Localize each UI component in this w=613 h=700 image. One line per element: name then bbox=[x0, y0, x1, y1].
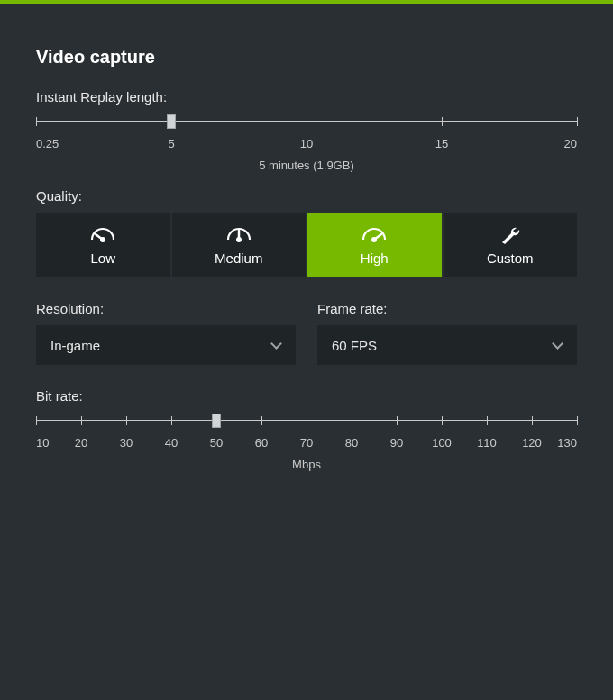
quality-high-button[interactable]: High bbox=[307, 213, 442, 277]
replay-caption: 5 minutes (1.9GB) bbox=[36, 159, 577, 172]
framerate-label: Frame rate: bbox=[317, 301, 577, 316]
bitrate-label: Bit rate: bbox=[36, 388, 577, 404]
replay-length-slider[interactable]: 0.25 5 10 15 20 5 minutes (1.9GB) bbox=[36, 114, 577, 172]
accent-bar bbox=[0, 0, 613, 4]
resolution-value: In-game bbox=[50, 338, 100, 353]
framerate-select[interactable]: 60 FPS bbox=[317, 325, 577, 365]
bitrate-unit: Mbps bbox=[36, 458, 577, 471]
panel-title: Video capture bbox=[36, 47, 577, 68]
gauge-mid-icon bbox=[226, 225, 252, 245]
resolution-select[interactable]: In-game bbox=[36, 325, 296, 365]
wrench-icon bbox=[499, 225, 522, 245]
bitrate-tick-labels: 10 20 30 40 50 60 70 80 90 100 110 120 1… bbox=[36, 436, 577, 452]
bitrate-slider[interactable]: 10 20 30 40 50 60 70 80 90 100 110 120 1… bbox=[36, 413, 577, 471]
framerate-value: 60 FPS bbox=[332, 338, 377, 353]
quality-low-button[interactable]: Low bbox=[36, 213, 170, 277]
gauge-high-icon bbox=[361, 225, 387, 245]
slider-tick-labels: 0.25 5 10 15 20 bbox=[36, 137, 577, 153]
gauge-low-icon bbox=[90, 225, 115, 245]
resolution-label: Resolution: bbox=[36, 301, 296, 316]
chevron-down-icon bbox=[554, 341, 563, 350]
replay-length-label: Instant Replay length: bbox=[36, 89, 577, 105]
quality-label: Quality: bbox=[36, 188, 577, 204]
quality-options: Low Medium High Custom bbox=[36, 213, 577, 277]
slider-thumb[interactable] bbox=[167, 114, 176, 129]
quality-custom-button[interactable]: Custom bbox=[444, 213, 578, 277]
slider-thumb[interactable] bbox=[212, 414, 221, 428]
quality-medium-button[interactable]: Medium bbox=[172, 213, 306, 277]
chevron-down-icon bbox=[272, 341, 281, 350]
